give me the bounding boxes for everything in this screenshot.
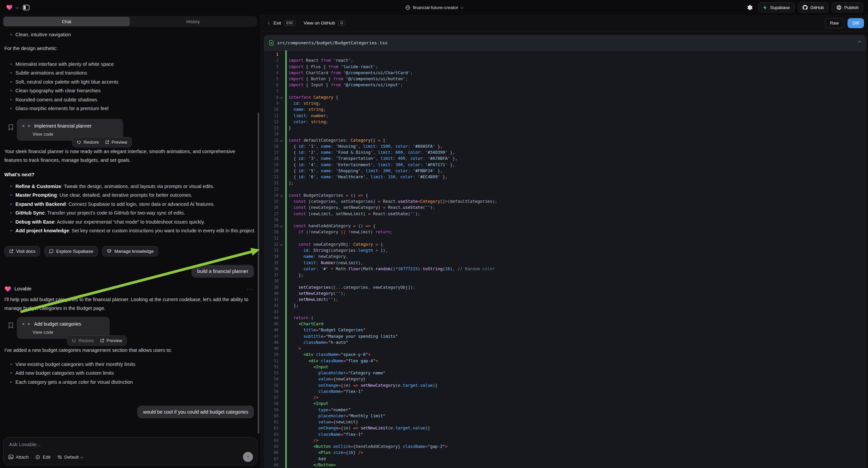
list-item: View existing budget categories with the… xyxy=(10,360,256,369)
line-number: 40 xyxy=(264,290,278,296)
code-line: 24const BudgetCategories = () => { xyxy=(264,193,866,198)
chat-scrollbar-thumb[interactable] xyxy=(258,113,259,434)
explore-supabase-label: Explore Supabase xyxy=(56,249,93,254)
send-button[interactable]: ↑ xyxy=(243,452,253,462)
bookmark-icon[interactable] xyxy=(8,322,13,329)
visit-docs-label: Visit docs xyxy=(16,249,36,254)
model-label: Default xyxy=(64,455,79,460)
model-selector[interactable]: Default xyxy=(57,455,83,460)
line-number: 33 xyxy=(264,247,278,254)
added-bullet-list: View existing budget categories with the… xyxy=(4,360,256,387)
view-code-link[interactable]: View code xyxy=(33,131,118,137)
manage-knowledge-button[interactable]: Manage knowledge xyxy=(102,246,158,257)
project-menu-chevron-down-icon[interactable] xyxy=(460,6,463,9)
line-number: 66 xyxy=(264,449,278,456)
exit-button[interactable]: Exit ESC xyxy=(269,20,296,26)
version-actions-toolbar: Restore Preview xyxy=(72,137,132,147)
line-number: 59 xyxy=(264,407,278,413)
project-visibility-globe-icon xyxy=(405,5,410,10)
code-line: 19 { id: '4', name: 'Entertainment', lim… xyxy=(264,162,866,168)
list-item: Clean typography with clear hierarchies xyxy=(10,86,256,95)
tab-history[interactable]: History xyxy=(130,17,256,26)
line-number: 64 xyxy=(264,437,278,443)
bookmark-icon[interactable] xyxy=(8,124,13,130)
line-number: 16 xyxy=(264,143,278,149)
restore-button[interactable]: Restore xyxy=(77,140,99,145)
chat-input[interactable] xyxy=(9,441,252,450)
line-number: 2 xyxy=(264,57,278,63)
code-line: 34 name: newCategory, xyxy=(264,254,866,260)
version-actions-toolbar: Restore Preview xyxy=(67,335,127,346)
raw-toggle-button[interactable]: Raw xyxy=(825,18,844,28)
file-path: src/components/budget/BudgetCategories.t… xyxy=(277,40,388,45)
chat-message-list[interactable]: Clean, intuitive navigation For the desi… xyxy=(0,28,261,434)
line-number: 35 xyxy=(264,260,278,266)
code-line: 15const defaultCategories: Category[] = … xyxy=(264,137,866,143)
message-menu-button[interactable]: ··· xyxy=(247,286,254,292)
line-number: 6 xyxy=(264,82,278,88)
restore-button[interactable]: Restore xyxy=(72,338,94,343)
collapse-chevron-up-icon[interactable] xyxy=(858,40,861,44)
toggle-sidebar-button[interactable] xyxy=(22,3,31,12)
diff-toggle-button[interactable]: Diff xyxy=(847,18,864,28)
file-header[interactable]: src/components/budget/BudgetCategories.t… xyxy=(264,35,866,51)
line-number: 5 xyxy=(264,76,278,82)
lovable-heart-icon xyxy=(4,286,11,292)
line-number: 50 xyxy=(264,351,278,357)
settings-button[interactable] xyxy=(746,3,754,12)
lovable-logo-heart-icon[interactable] xyxy=(6,4,13,10)
code-line: 68 </Button> xyxy=(264,462,866,468)
line-number: 15 xyxy=(264,137,278,143)
file-added-icon xyxy=(269,40,274,46)
target-icon xyxy=(35,455,40,460)
preview-button[interactable]: Preview xyxy=(105,140,127,145)
code-line: 58 <Input xyxy=(264,401,866,407)
visit-docs-button[interactable]: Visit docs xyxy=(4,246,40,257)
github-button[interactable]: GitHub xyxy=(798,2,829,12)
code-line: 35 limit: Number(newLimit), xyxy=(264,260,866,266)
edit-label: Edit xyxy=(42,455,50,460)
line-number: 44 xyxy=(264,315,278,321)
attach-button[interactable]: Attach xyxy=(8,455,29,460)
code-line: 11 limit: number; xyxy=(264,113,866,119)
line-number: 19 xyxy=(264,162,278,168)
line-number: 41 xyxy=(264,296,278,302)
view-code-link[interactable]: View code xyxy=(33,330,104,335)
code-line: 54 value={newCategory} xyxy=(264,376,866,382)
code-line: 50 <div className="space-y-6"> xyxy=(264,351,866,357)
preview-button[interactable]: Preview xyxy=(100,338,122,343)
publish-globe-icon xyxy=(836,5,841,10)
line-number: 34 xyxy=(264,254,278,260)
line-number: 49 xyxy=(264,346,278,351)
line-number: 46 xyxy=(264,327,278,333)
code-line: 62 onChange={(e) => setNewLimit(e.target… xyxy=(264,425,866,431)
project-title[interactable]: financial-future-creator xyxy=(413,5,458,10)
github-icon xyxy=(803,5,808,10)
line-number: 11 xyxy=(264,113,278,119)
edit-mode-button[interactable]: Edit xyxy=(35,455,50,460)
supabase-label: Supabase xyxy=(770,5,790,10)
g-kbd-badge: G xyxy=(338,20,346,26)
line-number: 62 xyxy=(264,425,278,431)
workspace-chevron-down-icon[interactable] xyxy=(16,6,19,9)
code-line: 42 }; xyxy=(264,302,866,309)
line-number: 10 xyxy=(264,107,278,113)
line-number: 65 xyxy=(264,443,278,449)
line-number: 26 xyxy=(264,204,278,210)
code-editor[interactable]: 12import React from 'react';3import { Pl… xyxy=(264,50,866,468)
line-number: 22 xyxy=(264,180,278,186)
list-item: Refine & Customize: Tweak the design, an… xyxy=(10,182,256,191)
tab-chat[interactable]: Chat xyxy=(3,17,130,26)
feature-bullet-list: Clean, intuitive navigation xyxy=(4,30,256,39)
explore-supabase-button[interactable]: Explore Supabase xyxy=(44,246,98,257)
code-line: 26 const [newCategory, setNewCategory] =… xyxy=(264,204,866,210)
quick-action-buttons: Visit docs Explore Supabase Manage knowl… xyxy=(4,246,256,257)
code-line: 60 placeholder="Monthly limit" xyxy=(264,413,866,419)
view-on-github-button[interactable]: View on GitHub G xyxy=(304,20,345,26)
publish-button[interactable]: Publish xyxy=(832,2,863,12)
line-number: 14 xyxy=(264,131,278,137)
supabase-button[interactable]: Supabase xyxy=(758,2,795,12)
restore-icon xyxy=(77,140,81,144)
assistant-name: Lovable xyxy=(14,286,32,291)
code-line: 13} xyxy=(264,125,866,131)
